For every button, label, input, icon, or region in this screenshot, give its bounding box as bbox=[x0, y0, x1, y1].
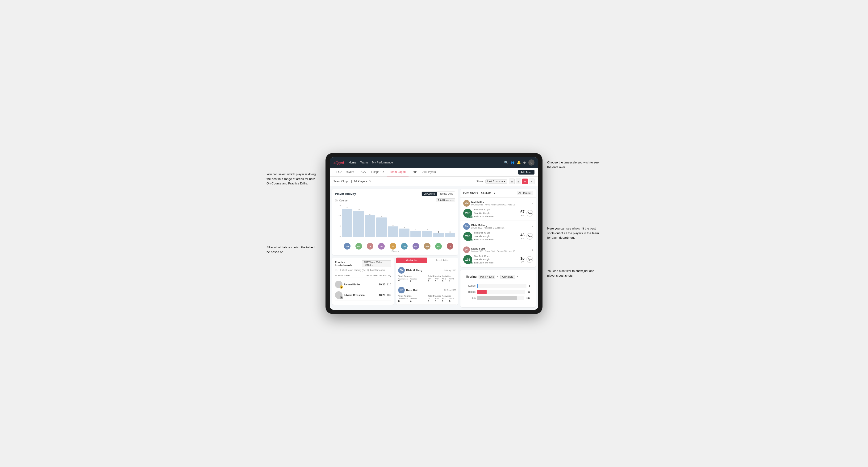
rank-badge-0: 1 bbox=[340, 285, 343, 289]
activity-toggle-group: On Course Practice Drills bbox=[422, 191, 455, 196]
player-avatar-8[interactable]: EC bbox=[435, 243, 442, 250]
shot-entry-2[interactable]: DF David Ford 24 Aug 2023 · Royal North … bbox=[460, 244, 536, 267]
player-avatar-3[interactable]: JC bbox=[378, 243, 385, 250]
shot-chevron-1[interactable]: › bbox=[532, 224, 533, 228]
bar-3[interactable] bbox=[376, 217, 386, 237]
tab-tour[interactable]: Tour bbox=[408, 168, 420, 177]
leaderboard-filter[interactable]: PUTT Must Make Putting ... bbox=[362, 260, 391, 267]
bar-1[interactable] bbox=[353, 211, 364, 237]
shot-entry-0[interactable]: MM Matt Miller 09 Jun 2023 · Royal North… bbox=[460, 198, 536, 221]
view-heart[interactable]: ♥ bbox=[522, 179, 528, 184]
tab-all-shots[interactable]: All Shots bbox=[480, 191, 492, 195]
player-activity-card: Player Activity On Course Practice Drill… bbox=[332, 189, 458, 255]
plus-circle-icon[interactable]: ⊕ bbox=[523, 161, 526, 164]
player-avatar-0[interactable]: BM bbox=[344, 243, 350, 250]
nav-home[interactable]: Home bbox=[349, 160, 356, 165]
users-icon[interactable]: 👥 bbox=[510, 161, 515, 164]
practice-label-1: Practice bbox=[410, 298, 417, 300]
tab-hcaps[interactable]: Hcaps 1-5 bbox=[368, 168, 387, 177]
scoring-title: Scoring bbox=[466, 275, 477, 278]
bar-8[interactable] bbox=[433, 233, 444, 238]
annotation-top-right: Choose the timescale you wish to see the… bbox=[547, 160, 601, 169]
avatar[interactable]: U bbox=[528, 159, 534, 165]
bar-value-4: 5 bbox=[393, 224, 394, 226]
scoring-bar-0 bbox=[477, 284, 478, 288]
sub-nav-right: Add Team bbox=[518, 170, 534, 175]
active-player-name-0: Blair McHarg bbox=[406, 269, 422, 272]
toggle-practice-drills[interactable]: Practice Drills bbox=[437, 192, 455, 196]
pa-title-0: Total Practice Activities bbox=[428, 275, 456, 277]
leaderboard-row-1[interactable]: 2 Edward Crossman 18/20 107 bbox=[335, 290, 391, 301]
nav-teams[interactable]: Teams bbox=[360, 160, 368, 165]
bar-2[interactable] bbox=[365, 215, 375, 237]
col-pb-avg: PB AVG SQ bbox=[379, 274, 391, 277]
col-pb-score: PB SCORE bbox=[367, 274, 378, 277]
shot-info-text-2: Shot Dist: 16 ydsStart Lie: RoughEnd Lie… bbox=[474, 254, 519, 264]
bar-value-1: 12 bbox=[358, 209, 360, 211]
leaderboard-rows: 1 Richard Butler 19/20 110 2 Edward Cros… bbox=[335, 279, 391, 301]
player-avatar-9[interactable]: LR bbox=[447, 243, 453, 250]
player-avatar-1[interactable]: BB bbox=[355, 243, 362, 250]
shot-chevron-2[interactable]: › bbox=[532, 248, 533, 252]
nav-my-performance[interactable]: My Performance bbox=[372, 160, 393, 165]
scoring-chevron2[interactable]: ▾ bbox=[517, 276, 518, 278]
tab-team-clippd[interactable]: Team Clippd bbox=[387, 168, 408, 177]
tab-least-active[interactable]: Least Active bbox=[427, 257, 458, 263]
leaderboard-row-0[interactable]: 1 Richard Butler 19/20 110 bbox=[335, 279, 391, 290]
tournament-val-0: 7 bbox=[398, 280, 408, 283]
tablet-screen: clippd Home Teams My Performance 🔍 👥 🔔 ⊕… bbox=[330, 157, 538, 310]
practice-val-1: 4 bbox=[410, 300, 417, 303]
bar-9[interactable] bbox=[445, 233, 455, 238]
add-team-button[interactable]: Add Team bbox=[518, 170, 534, 175]
active-players-list: BM Blair McHarg 26 Aug 2023 Total Rounds… bbox=[396, 265, 458, 305]
player-avatar-6[interactable]: RB bbox=[412, 243, 419, 250]
scoring-row-1: Birdies 96 bbox=[466, 290, 530, 294]
bar-0[interactable] bbox=[342, 209, 352, 237]
bar-group-4: 5 bbox=[388, 204, 398, 237]
tournament-val-1: 8 bbox=[398, 300, 408, 303]
view-grid2[interactable]: ⊟ bbox=[516, 179, 521, 184]
scoring-chevron[interactable]: ▾ bbox=[497, 276, 498, 278]
bar-group-9: 2 bbox=[445, 204, 455, 237]
tab-pgat-players[interactable]: PGAT Players bbox=[334, 168, 357, 177]
sg-label-1: SG bbox=[469, 239, 472, 241]
shot-entry-1[interactable]: BM Blair McHarg 23 Jul 2023 · Ashridge G… bbox=[460, 221, 536, 244]
right-panel: Best Shots All Shots ▾ All Players ▾ MM bbox=[460, 189, 536, 307]
practice-label-0: Practice bbox=[410, 278, 417, 280]
on-course-label: On Course bbox=[335, 199, 347, 202]
player-avg-1: 107 bbox=[387, 294, 391, 297]
shot-chevron-0[interactable]: › bbox=[532, 201, 533, 205]
app-logo: clippd bbox=[334, 161, 344, 165]
chevron-down-icon[interactable]: ▾ bbox=[493, 191, 496, 195]
player-avatar-4[interactable]: EE bbox=[390, 243, 396, 250]
bar-6[interactable] bbox=[410, 231, 421, 237]
player-avatar-5[interactable]: GB bbox=[401, 243, 408, 250]
bar-group-2: 10 bbox=[365, 204, 375, 237]
tab-all-players[interactable]: All Players bbox=[420, 168, 439, 177]
scoring-filter2[interactable]: All Players bbox=[500, 275, 515, 279]
player-avatar-7[interactable]: MM bbox=[424, 243, 431, 250]
scoring-filter1[interactable]: Par 3, 4 & 5s bbox=[478, 275, 496, 279]
bar-4[interactable] bbox=[388, 226, 398, 238]
all-players-dropdown[interactable]: All Players ▾ bbox=[517, 191, 533, 195]
period-dropdown[interactable]: Last 3 months ▾ bbox=[486, 179, 507, 184]
bar-group-6: 3 bbox=[410, 204, 421, 237]
tab-most-active[interactable]: Most Active bbox=[396, 257, 427, 263]
bar-5[interactable] bbox=[399, 228, 409, 237]
total-rounds-dropdown[interactable]: Total Rounds ▾ bbox=[436, 198, 455, 203]
sg-label-0: SG bbox=[469, 216, 472, 218]
bar-7[interactable] bbox=[422, 231, 432, 237]
shot-avatar-1: BM bbox=[463, 223, 470, 230]
edit-icon[interactable]: ✎ bbox=[369, 180, 371, 183]
view-grid1[interactable]: ⊞ bbox=[509, 179, 515, 184]
tab-pga[interactable]: PGA bbox=[357, 168, 368, 177]
search-icon[interactable]: 🔍 bbox=[504, 161, 508, 164]
toggle-on-course[interactable]: On Course bbox=[422, 192, 437, 196]
bell-icon[interactable]: 🔔 bbox=[517, 161, 521, 164]
tournament-label-0: Tournament bbox=[398, 278, 408, 280]
player-avatar-2[interactable]: DF bbox=[367, 243, 373, 250]
player-score-0: 19/20 bbox=[379, 283, 385, 286]
view-list[interactable]: ≡ bbox=[529, 179, 534, 184]
left-panel: Player Activity On Course Practice Drill… bbox=[332, 189, 458, 307]
leaderboard-subtitle: PUTT Must Make Putting (3-6 ft). Last 3 … bbox=[335, 269, 391, 272]
